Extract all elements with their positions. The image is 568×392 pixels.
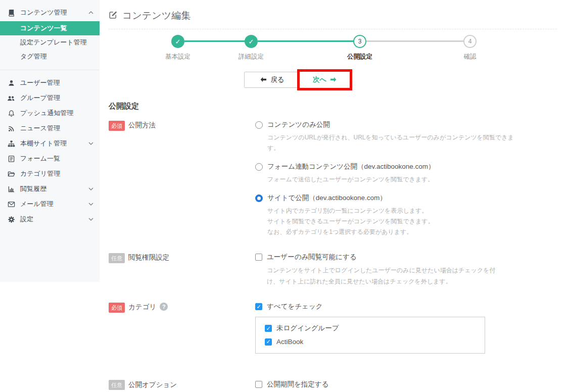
chevron-down-icon — [87, 218, 93, 221]
form-row-publish-option: 任意 公開オプション 公開期間を指定する — [109, 380, 557, 390]
sidebar-item-label: 本棚サイト管理 — [20, 139, 87, 148]
field-label: 閲覧権限設定 — [128, 253, 169, 262]
sidebar-item-news-management[interactable]: ニュース管理 — [0, 121, 100, 136]
sidebar-item-label: ユーザー管理 — [20, 78, 93, 87]
checkbox-category-not-logged-in[interactable]: 未ログイングループ — [265, 324, 476, 333]
main-content: コンテンツ編集 ✓ 基本設定 ✓ 詳細設定 3 公開設定 4 確認 戻る — [100, 0, 568, 392]
step-confirm: 4 確認 — [440, 34, 500, 61]
sidebar-item-form-list[interactable]: フォーム一覧 — [0, 151, 100, 166]
radio-option-form-linked: フォーム連動コンテンツ公開（dev.actibookone.com） フォームで… — [255, 162, 557, 185]
field-label: カテゴリ — [128, 303, 156, 312]
sidebar-item-category-management[interactable]: カテゴリ管理 — [0, 166, 100, 181]
checkbox-description: コンテンツをサイト上でログインしたユーザーのみに見せたい場合はチェックを付け、サ… — [267, 265, 500, 287]
checkbox-icon-checked[interactable] — [265, 325, 272, 332]
checkbox-label: ActiBook — [276, 338, 303, 346]
sidebar-item-label: メール管理 — [20, 200, 87, 209]
sidebar-item-settings[interactable]: 設定 — [0, 212, 100, 227]
rss-icon — [7, 124, 15, 132]
option-description: なお、必ずカテゴリを1つ選択する必要があります。 — [267, 227, 520, 237]
sidebar-item-content-management[interactable]: コンテンツ管理 — [0, 4, 100, 21]
checkbox-label: 未ログイングループ — [276, 324, 339, 333]
checkbox-users-only[interactable]: ユーザーのみ閲覧可能にする — [255, 253, 557, 262]
optional-badge: 任意 — [109, 253, 125, 263]
optional-badge: 任意 — [109, 380, 125, 390]
chevron-down-icon — [87, 203, 93, 206]
checkbox-label: すべてをチェック — [267, 302, 323, 311]
option-description: コンテンツのURLが発行され、URLを知っているユーザーのみがコンテンツを閲覧で… — [267, 132, 520, 154]
arrow-right-icon — [330, 76, 337, 84]
radio-form-linked[interactable]: フォーム連動コンテンツ公開（dev.actibookone.com） — [255, 162, 557, 171]
sidebar-item-tag-management[interactable]: タグ管理 — [0, 50, 100, 64]
radio-label: フォーム連動コンテンツ公開（dev.actibookone.com） — [267, 162, 435, 171]
radio-icon-selected[interactable] — [255, 194, 263, 202]
step-progress-bar: ✓ 基本設定 ✓ 詳細設定 3 公開設定 4 確認 — [109, 34, 557, 63]
step-connector — [184, 40, 245, 42]
arrow-left-icon — [260, 76, 266, 84]
book-icon — [7, 9, 15, 17]
next-button-label: 次へ — [313, 75, 326, 84]
checkbox-label: 公開期間を指定する — [267, 380, 328, 389]
radio-icon[interactable] — [255, 163, 263, 171]
required-badge: 必須 — [109, 121, 125, 131]
step-detail-settings: ✓ 詳細設定 — [221, 34, 281, 61]
sitemap-icon — [7, 139, 15, 148]
checkbox-publish-period[interactable]: 公開期間を指定する — [255, 380, 557, 389]
sidebar-item-label: 設定テンプレート管理 — [20, 38, 87, 47]
gear-icon — [7, 215, 15, 223]
sidebar-item-push-notification[interactable]: プッシュ通知管理 — [0, 106, 100, 121]
step-number: 4 — [463, 35, 477, 48]
radio-option-publish-on-site: サイトで公開（dev.actibookone.com） サイト内でカテゴリ別の一… — [255, 193, 557, 237]
sidebar-item-content-list[interactable]: コンテンツ一覧 — [0, 21, 100, 35]
question-icon[interactable]: ? — [160, 303, 168, 311]
back-button-label: 戻る — [270, 75, 284, 84]
top-button-row: 戻る 次へ — [109, 69, 557, 90]
page-title: コンテンツ編集 — [122, 9, 191, 22]
chevron-down-icon — [87, 187, 93, 190]
field-label: 公開方法 — [128, 121, 156, 130]
sidebar-item-label: ニュース管理 — [20, 124, 93, 133]
required-badge: 必須 — [109, 303, 125, 313]
chart-icon — [7, 185, 15, 193]
checkbox-icon-checked[interactable] — [255, 303, 262, 310]
chevron-up-icon — [87, 11, 93, 14]
checkbox-icon-checked[interactable] — [265, 338, 272, 346]
radio-label: コンテンツのみ公開 — [267, 120, 330, 129]
sidebar-item-mail-management[interactable]: メール管理 — [0, 197, 100, 212]
radio-content-only[interactable]: コンテンツのみ公開 — [255, 120, 557, 129]
header-divider — [109, 29, 557, 29]
form-icon — [7, 155, 15, 163]
check-icon: ✓ — [171, 35, 184, 48]
user-icon — [7, 79, 15, 87]
sidebar-item-label: フォーム一覧 — [20, 154, 93, 163]
sidebar-item-group-management[interactable]: グループ管理 — [0, 90, 100, 106]
sidebar: コンテンツ管理 コンテンツ一覧 設定テンプレート管理 タグ管理 ユーザー管理 グ… — [0, 0, 100, 282]
check-icon: ✓ — [245, 35, 258, 48]
next-button[interactable]: 次へ — [300, 72, 350, 88]
page-header: コンテンツ編集 — [109, 0, 557, 22]
form-row-view-permission: 任意 閲覧権限設定 ユーザーのみ閲覧可能にする コンテンツをサイト上でログインし… — [109, 253, 557, 287]
option-description: サイトを閲覧できるユーザーがコンテンツを閲覧できます。 — [267, 216, 520, 227]
sidebar-item-label: 設定 — [20, 215, 87, 224]
radio-publish-on-site[interactable]: サイトで公開（dev.actibookone.com） — [255, 193, 557, 203]
checkbox-icon[interactable] — [255, 381, 262, 388]
step-label: 基本設定 — [148, 53, 208, 61]
sidebar-divider — [0, 70, 100, 70]
sidebar-item-user-management[interactable]: ユーザー管理 — [0, 75, 100, 90]
checkbox-category-actibook[interactable]: ActiBook — [265, 338, 476, 346]
sidebar-item-bookshelf-site[interactable]: 本棚サイト管理 — [0, 136, 100, 151]
sidebar-item-template-management[interactable]: 設定テンプレート管理 — [0, 35, 100, 50]
back-button[interactable]: 戻る — [244, 72, 301, 88]
checkbox-label: ユーザーのみ閲覧可能にする — [267, 253, 357, 262]
annotation-box-next: 次へ — [297, 69, 352, 90]
step-label: 公開設定 — [329, 53, 390, 61]
step-connector — [258, 40, 354, 42]
step-publish-settings: 3 公開設定 — [329, 34, 390, 61]
field-label: 公開オプション — [128, 380, 177, 389]
radio-icon[interactable] — [255, 121, 263, 129]
checkbox-icon[interactable] — [255, 254, 262, 261]
checkbox-check-all[interactable]: すべてをチェック — [255, 302, 557, 311]
sidebar-item-view-history[interactable]: 閲覧履歴 — [0, 181, 100, 197]
step-label: 詳細設定 — [221, 53, 281, 61]
sidebar-item-label: グループ管理 — [20, 93, 93, 103]
step-connector — [366, 40, 464, 42]
